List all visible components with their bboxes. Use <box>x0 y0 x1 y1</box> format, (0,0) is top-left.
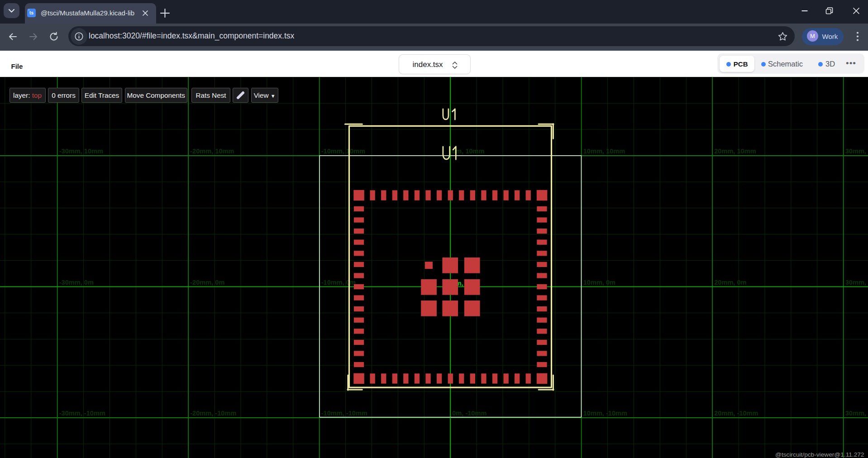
svg-text:-30mm, -10mm: -30mm, -10mm <box>59 410 105 417</box>
svg-text:10mm, 0m: 10mm, 0m <box>583 279 615 286</box>
svg-text:-10mm, 10mm: -10mm, 10mm <box>321 148 365 155</box>
svg-text:-30mm, 10mm: -30mm, 10mm <box>59 148 103 155</box>
svg-text:20mm, 10mm: 20mm, 10mm <box>714 148 756 155</box>
svg-text:-20mm, 0m: -20mm, 0m <box>190 279 224 286</box>
svg-text:30mm, 10mm: 30mm, 10mm <box>845 148 868 155</box>
svg-text:-20mm, -10mm: -20mm, -10mm <box>190 410 236 417</box>
svg-text:10mm, -10mm: 10mm, -10mm <box>583 410 627 417</box>
svg-text:-10mm, 0m: -10mm, 0m <box>321 279 356 286</box>
svg-text:20mm, -10mm: 20mm, -10mm <box>714 410 758 417</box>
svg-text:30mm, -10mm: 30mm, -10mm <box>845 410 868 417</box>
svg-text:-10mm, -10mm: -10mm, -10mm <box>321 410 367 417</box>
svg-text:0m, 10mm: 0m, 10mm <box>452 148 484 155</box>
svg-text:0m, -10mm: 0m, -10mm <box>452 410 486 417</box>
svg-text:10mm, 10mm: 10mm, 10mm <box>583 148 625 155</box>
svg-text:20mm, 0m: 20mm, 0m <box>714 279 746 286</box>
svg-text:-30mm, 0m: -30mm, 0m <box>59 279 94 286</box>
svg-text:30mm, 0m: 30mm, 0m <box>845 279 868 286</box>
svg-text:-20mm, 10mm: -20mm, 10mm <box>190 148 234 155</box>
